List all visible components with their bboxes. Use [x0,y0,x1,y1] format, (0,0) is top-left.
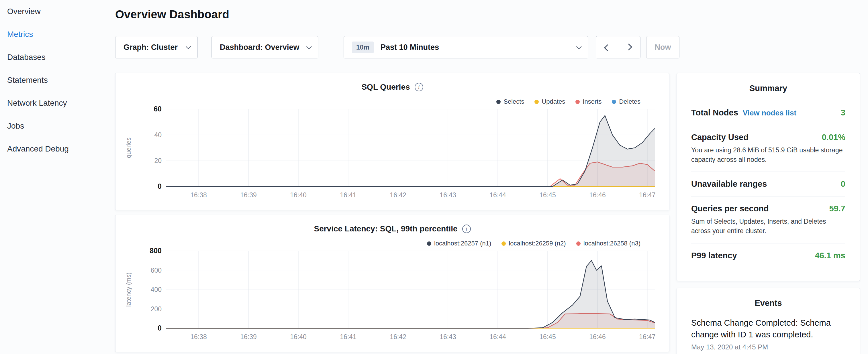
summary-label: Queries per second [691,204,769,213]
svg-text:40: 40 [154,131,162,139]
now-button[interactable]: Now [646,36,679,58]
service-latency-panel: Service Latency: SQL, 99th percentile lo… [115,215,670,352]
svg-text:16:40: 16:40 [290,333,307,341]
summary-row-capacity-used: Capacity Used 0.01% You are using 28.6 M… [691,125,845,171]
event-text: Schema Change Completed: Schema change w… [691,317,845,340]
chart-title: SQL Queries [361,83,410,92]
summary-label: P99 latency [691,251,737,260]
events-title: Events [691,298,845,308]
summary-subtext: You are using 28.6 MiB of 515.9 GiB usab… [691,146,845,164]
svg-text:16:39: 16:39 [240,191,257,199]
summary-rows: Total Nodes View nodes list 3 Capacity U… [691,100,845,268]
events-panel: Events Schema Change Completed: Schema c… [677,288,860,354]
svg-text:0: 0 [158,324,162,332]
page-title: Overview Dashboard [115,8,229,21]
chevron-down-icon [576,44,582,49]
svg-text:16:42: 16:42 [390,191,406,199]
service-latency-chart[interactable]: 16:3816:3916:4016:4116:4216:4316:4416:45… [118,245,668,343]
chart-title-row: SQL Queries [116,83,669,92]
sql-queries-panel: SQL Queries SelectsUpdatesInsertsDeletes… [115,73,670,210]
summary-value: 0.01% [822,133,845,142]
event-item[interactable]: Schema Change Completed: Schema change w… [691,317,845,351]
charts-column: SQL Queries SelectsUpdatesInsertsDeletes… [115,73,670,352]
event-timestamp: May 13, 2020 at 4:45 PM [691,343,845,351]
svg-text:16:42: 16:42 [390,333,406,341]
svg-text:16:41: 16:41 [340,333,356,341]
svg-text:latency (ms): latency (ms) [125,272,132,307]
sidebar-item-advanced-debug[interactable]: Advanced Debug [7,137,109,160]
summary-label: Capacity Used [691,133,748,142]
time-forward-button[interactable] [618,36,641,58]
graph-scope-dropdown[interactable]: Graph: Cluster [115,36,198,58]
svg-text:800: 800 [150,247,162,255]
time-nav-button-group [596,36,641,58]
svg-text:16:45: 16:45 [539,333,556,341]
sidebar-item-jobs[interactable]: Jobs [7,115,109,137]
svg-text:16:39: 16:39 [240,333,257,341]
summary-panel: Summary Total Nodes View nodes list 3 Ca… [677,73,860,281]
sidebar-item-databases[interactable]: Databases [7,46,109,69]
summary-value: 59.7 [829,204,845,213]
svg-text:60: 60 [154,105,162,113]
svg-text:16:47: 16:47 [639,191,656,199]
controls-bar: Graph: Cluster Dashboard: Overview 10m P… [115,36,679,58]
chevron-left-icon [604,44,611,51]
svg-text:200: 200 [151,305,162,313]
summary-row-unavailable-ranges: Unavailable ranges 0 [691,171,845,196]
chevron-down-icon [186,44,191,49]
svg-text:16:44: 16:44 [490,191,506,199]
summary-title: Summary [691,84,845,93]
summary-value: 46.1 ms [815,251,845,260]
svg-text:600: 600 [151,267,162,274]
info-icon[interactable] [415,83,423,91]
summary-value: 0 [841,179,845,189]
svg-text:queries: queries [125,137,132,158]
summary-label: Total Nodes [691,108,738,118]
svg-text:16:38: 16:38 [190,333,207,341]
summary-row-p99-latency: P99 latency 46.1 ms [691,243,845,268]
svg-text:16:46: 16:46 [589,333,606,341]
graph-scope-label: Graph: Cluster [124,43,178,52]
chart-title-row: Service Latency: SQL, 99th percentile [116,224,669,233]
time-range-badge: 10m [352,41,374,53]
view-nodes-list-link[interactable]: View nodes list [743,108,796,118]
sidebar-item-statements[interactable]: Statements [7,69,109,92]
svg-text:400: 400 [151,286,162,293]
chart-title: Service Latency: SQL, 99th percentile [314,224,457,233]
svg-text:16:43: 16:43 [440,333,456,341]
sidebar-item-metrics[interactable]: Metrics [7,23,109,46]
chevron-right-icon [625,43,632,51]
summary-label: Unavailable ranges [691,179,767,189]
summary-row-total-nodes: Total Nodes View nodes list 3 [691,100,845,125]
svg-text:16:38: 16:38 [190,191,207,199]
sql-queries-chart[interactable]: 16:3816:3916:4016:4116:4216:4316:4416:45… [118,103,668,201]
svg-text:16:41: 16:41 [340,191,356,199]
svg-text:0: 0 [158,182,162,190]
summary-subtext: Sum of Selects, Updates, Inserts, and De… [691,217,845,235]
summary-row-queries-per-second: Queries per second 59.7 Sum of Selects, … [691,196,845,243]
summary-value: 3 [841,108,845,118]
svg-text:16:43: 16:43 [440,191,456,199]
time-range-label: Past 10 Minutes [380,43,439,52]
chevron-down-icon [306,44,311,49]
sidebar: Overview Metrics Databases Statements Ne… [0,0,109,160]
time-back-button[interactable] [596,36,618,58]
svg-text:16:47: 16:47 [639,333,656,341]
sidebar-item-network-latency[interactable]: Network Latency [7,92,109,115]
dashboard-dropdown[interactable]: Dashboard: Overview [212,36,318,58]
svg-text:16:46: 16:46 [589,191,606,199]
metrics-page: Overview Metrics Databases Statements Ne… [0,0,868,354]
svg-text:20: 20 [154,157,162,164]
svg-text:16:40: 16:40 [290,191,307,199]
sidebar-item-overview[interactable]: Overview [7,0,109,23]
right-sidebar: Summary Total Nodes View nodes list 3 Ca… [677,73,860,354]
svg-text:16:45: 16:45 [539,191,556,199]
info-icon[interactable] [462,225,471,233]
time-range-selector[interactable]: 10m Past 10 Minutes [344,36,588,58]
dashboard-label: Dashboard: Overview [220,43,300,52]
svg-text:16:44: 16:44 [490,333,506,341]
